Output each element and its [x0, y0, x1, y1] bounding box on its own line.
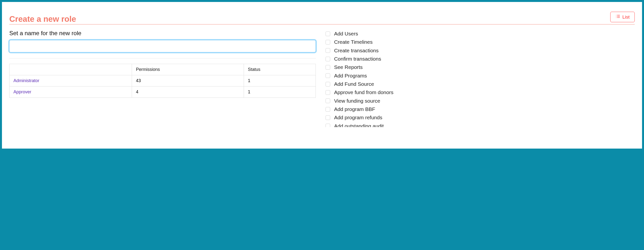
permission-label: Create transactions [334, 47, 378, 54]
role-permissions-cell: 4 [132, 86, 244, 98]
permission-label: Create Timelines [334, 38, 373, 46]
checkbox-icon[interactable] [326, 32, 330, 36]
page-title: Create a new role [9, 14, 76, 24]
permission-label: Approve fund from donors [334, 89, 394, 96]
checkbox-icon[interactable] [326, 40, 330, 44]
role-name-input[interactable] [9, 40, 316, 52]
role-link[interactable]: Administrator [14, 78, 39, 83]
permission-item[interactable]: See Reports [326, 63, 635, 71]
checkbox-icon[interactable] [326, 107, 330, 112]
permission-label: Add program BBF [334, 106, 375, 113]
permission-item[interactable]: Create Timelines [326, 38, 635, 46]
section-divider [9, 58, 316, 58]
checkbox-icon[interactable] [326, 124, 330, 127]
left-column: Set a name for the new role Permissions … [9, 30, 316, 127]
table-row: Approver 4 1 [10, 86, 316, 98]
permission-item[interactable]: Add program BBF [326, 105, 635, 113]
role-permissions-cell: 43 [132, 75, 244, 86]
checkbox-icon[interactable] [326, 57, 330, 61]
role-link[interactable]: Approver [14, 90, 31, 94]
role-name-label: Set a name for the new role [9, 30, 316, 37]
checkbox-icon[interactable] [326, 48, 330, 53]
checkbox-icon[interactable] [326, 65, 330, 70]
permission-label: Add Programs [334, 72, 367, 79]
table-header-permissions: Permissions [132, 64, 244, 75]
list-button-label: List [622, 14, 630, 20]
roles-table: Permissions Status Administrator 43 1 Ap… [9, 64, 316, 98]
permission-item[interactable]: Add Programs [326, 72, 635, 80]
svg-point-0 [616, 15, 617, 16]
role-status-cell: 1 [244, 75, 316, 86]
permission-item[interactable]: View funding source [326, 97, 635, 105]
permission-item[interactable]: Add program refunds [326, 114, 635, 122]
permission-item[interactable]: Add outstanding audit [326, 122, 635, 127]
permission-label: Add outstanding audit [334, 123, 384, 127]
permissions-list: Add Users Create Timelines Create transa… [326, 30, 635, 127]
permission-label: See Reports [334, 64, 363, 71]
checkbox-icon[interactable] [326, 90, 330, 95]
permission-label: Add Users [334, 30, 358, 37]
permission-item[interactable]: Add Fund Source [326, 80, 635, 88]
permission-label: Add Fund Source [334, 81, 374, 88]
page-header: Create a new role List [9, 12, 635, 24]
right-column: Add Users Create Timelines Create transa… [326, 30, 635, 127]
list-icon [616, 14, 620, 20]
permission-label: Add program refunds [334, 114, 382, 121]
table-header-status: Status [244, 64, 316, 75]
role-status-cell: 1 [244, 86, 316, 98]
svg-point-1 [616, 16, 617, 16]
page-frame: Create a new role List Set a name for th… [2, 2, 642, 148]
permission-item[interactable]: Confirm transactions [326, 55, 635, 63]
permission-item[interactable]: Approve fund from donors [326, 88, 635, 96]
permission-label: View funding source [334, 98, 380, 104]
checkbox-icon[interactable] [326, 73, 330, 78]
permission-item[interactable]: Add Users [326, 30, 635, 38]
content-row: Set a name for the new role Permissions … [9, 30, 635, 127]
permission-label: Confirm transactions [334, 56, 381, 62]
table-header-name [10, 64, 132, 75]
permission-item[interactable]: Create transactions [326, 47, 635, 54]
table-row: Administrator 43 1 [10, 75, 316, 86]
checkbox-icon[interactable] [326, 82, 330, 86]
svg-point-2 [616, 17, 617, 18]
checkbox-icon[interactable] [326, 115, 330, 120]
checkbox-icon[interactable] [326, 98, 330, 103]
list-button[interactable]: List [610, 12, 635, 22]
